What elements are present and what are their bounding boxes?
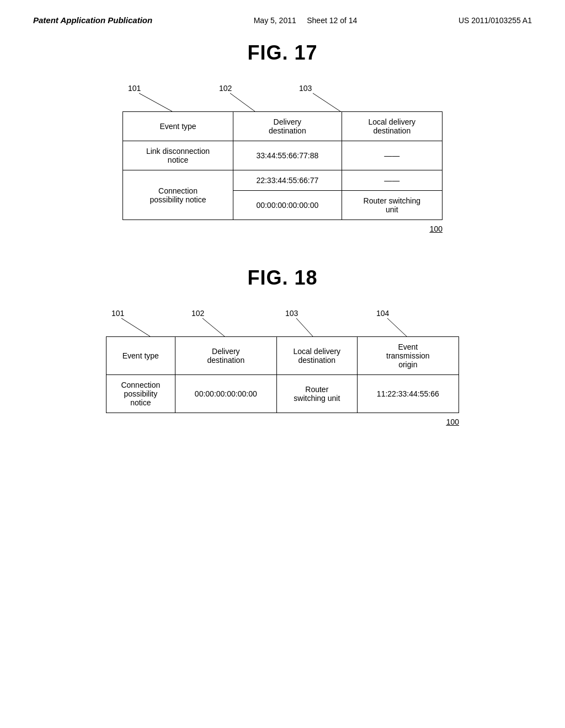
fig17-row2-col3: —— [342, 170, 442, 191]
fig17-wrapper: 101 102 103 Event type Deliverydestinati… [122, 81, 443, 233]
fig17-row2-col1: Connectionpossibility notice [123, 170, 233, 220]
fig18-row1-col1: Connectionpossibilitynotice [106, 375, 175, 413]
page-content: FIG. 17 101 102 103 [0, 30, 565, 470]
fig17-table: Event type Deliverydestination Local del… [122, 111, 443, 220]
fig17-row2: Connectionpossibility notice 22:33:44:55… [123, 170, 443, 191]
svg-text:103: 103 [299, 84, 312, 93]
fig18-col3-header: Local deliverydestination [276, 337, 357, 375]
svg-text:104: 104 [376, 309, 390, 318]
fig18-col4-header: Eventtransmissionorigin [357, 337, 459, 375]
svg-line-3 [230, 93, 255, 111]
svg-line-1 [139, 93, 172, 111]
fig17-section: FIG. 17 101 102 103 [44, 41, 521, 233]
svg-line-5 [313, 93, 340, 111]
fig18-table: Event type Deliverydestination Local del… [106, 336, 459, 413]
page-header: Patent Application Publication May 5, 20… [0, 0, 565, 30]
fig18-row1-col4: 11:22:33:44:55:66 [357, 375, 459, 413]
fig18-section: FIG. 18 101 102 103 104 [44, 266, 521, 426]
fig17-col3-header: Local deliverydestination [342, 112, 442, 141]
svg-line-7 [121, 318, 150, 336]
fig17-row3-col2: 00:00:00:00:00:00 [233, 191, 342, 220]
fig18-ref100: 100 [106, 417, 459, 426]
svg-line-11 [296, 318, 313, 336]
svg-line-9 [202, 318, 225, 336]
svg-text:102: 102 [219, 84, 232, 93]
page-wrapper: Patent Application Publication May 5, 20… [0, 0, 565, 470]
svg-text:101: 101 [111, 309, 125, 318]
fig18-title: FIG. 18 [44, 266, 521, 290]
svg-line-13 [387, 318, 407, 336]
fig17-col1-header: Event type [123, 112, 233, 141]
fig17-row1-col3: —— [342, 141, 442, 170]
fig18-col2-header: Deliverydestination [175, 337, 276, 375]
fig17-row1-col2: 33:44:55:66:77:88 [233, 141, 342, 170]
fig17-row2-col2: 22:33:44:55:66:77 [233, 170, 342, 191]
fig17-connectors: 101 102 103 [122, 81, 443, 111]
fig17-ref100: 100 [122, 224, 443, 233]
fig18-col1-header: Event type [106, 337, 175, 375]
fig18-row1-col3: Routerswitching unit [276, 375, 357, 413]
fig17-header-row: Event type Deliverydestination Local del… [123, 112, 443, 141]
fig18-row1-col2: 00:00:00:00:00:00 [175, 375, 276, 413]
fig18-row1: Connectionpossibilitynotice 00:00:00:00:… [106, 375, 459, 413]
fig17-row1: Link disconnectionnotice 33:44:55:66:77:… [123, 141, 443, 170]
fig17-row3-col3: Router switchingunit [342, 191, 442, 220]
header-date: May 5, 2011 [254, 16, 296, 25]
fig18-connectors: 101 102 103 104 [106, 306, 459, 336]
fig17-title: FIG. 17 [44, 41, 521, 65]
fig17-row1-col1: Link disconnectionnotice [123, 141, 233, 170]
header-sheet: Sheet 12 of 14 [307, 16, 357, 25]
fig18-wrapper: 101 102 103 104 Event type [106, 306, 459, 426]
fig18-header-row: Event type Deliverydestination Local del… [106, 337, 459, 375]
svg-text:103: 103 [285, 309, 299, 318]
fig17-col2-header: Deliverydestination [233, 112, 342, 141]
svg-text:101: 101 [128, 84, 141, 93]
header-publication: Patent Application Publication [33, 15, 152, 25]
header-date-sheet: May 5, 2011 Sheet 12 of 14 [254, 16, 358, 25]
header-patent-number: US 2011/0103255 A1 [459, 16, 532, 25]
svg-text:102: 102 [191, 309, 205, 318]
